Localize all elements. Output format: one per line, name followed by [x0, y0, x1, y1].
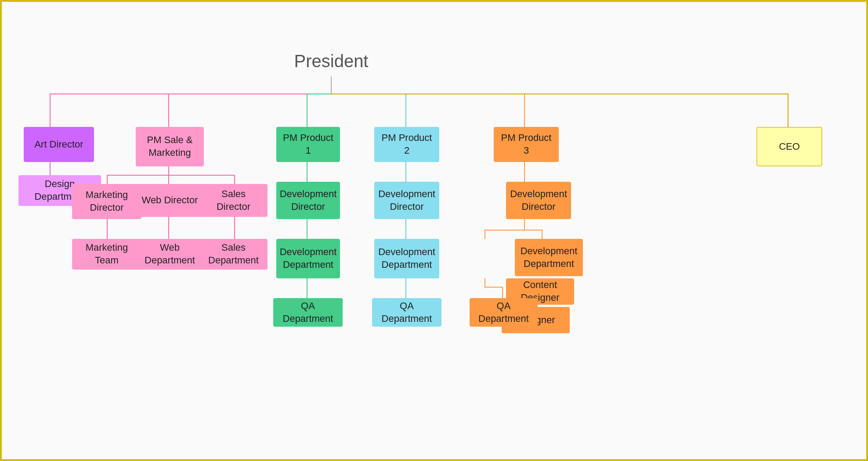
sales-dept-node[interactable]: Sales Department — [199, 239, 268, 270]
qa-dept2-node[interactable]: QA Department — [372, 298, 441, 327]
marketing-director-node[interactable]: Marketing Director — [72, 184, 141, 219]
dev-dept3-node[interactable]: Development Department — [515, 239, 583, 276]
dev-dept2-node[interactable]: Development Department — [374, 239, 439, 278]
web-dept-node[interactable]: Web Department — [136, 239, 204, 270]
web-director-node[interactable]: Web Director — [136, 184, 204, 217]
org-chart-canvas: President Art Director Design Department… — [2, 2, 866, 459]
dev-director3-node[interactable]: Development Director — [506, 182, 571, 219]
dev-director1-node[interactable]: Development Director — [276, 182, 340, 219]
sales-director-node[interactable]: Sales Director — [199, 184, 268, 217]
pm-product1-node[interactable]: PM Product 1 — [276, 127, 340, 162]
art-director-node[interactable]: Art Director — [24, 127, 94, 162]
ceo-node[interactable]: CEO — [756, 127, 822, 166]
connector-lines — [2, 2, 866, 459]
dev-director2-node[interactable]: Development Director — [374, 182, 439, 219]
qa-dept1-node[interactable]: QA Department — [273, 298, 343, 327]
pm-product2-node[interactable]: PM Product 2 — [374, 127, 439, 162]
pm-product3-node[interactable]: PM Product 3 — [494, 127, 559, 162]
marketing-team-node[interactable]: Marketing Team — [72, 239, 141, 270]
pm-sale-marketing-node[interactable]: PM Sale & Marketing — [136, 127, 204, 166]
qa-dept3-node[interactable]: QA Department — [470, 298, 538, 327]
dev-dept1-node[interactable]: Development Department — [276, 239, 340, 278]
president-node: President — [257, 46, 406, 76]
